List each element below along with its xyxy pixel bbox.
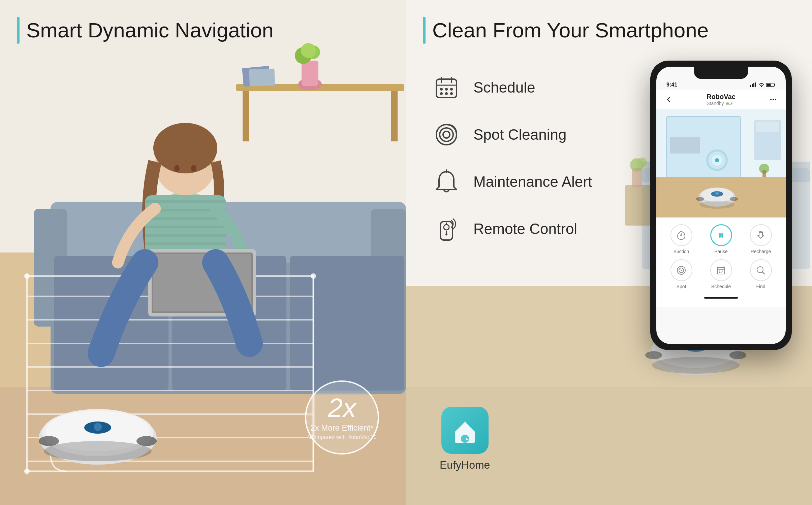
svg-point-82 xyxy=(450,92,453,95)
svg-rect-39 xyxy=(145,217,226,220)
svg-rect-129 xyxy=(719,233,721,238)
schedule-control: Schedule xyxy=(710,259,732,289)
recharge-label: Recharge xyxy=(751,249,771,254)
svg-rect-113 xyxy=(762,170,766,177)
svg-point-80 xyxy=(440,92,443,95)
svg-point-124 xyxy=(715,192,719,195)
svg-point-77 xyxy=(440,88,443,91)
phone-screen: 9:41 xyxy=(656,67,786,344)
svg-rect-5 xyxy=(243,91,249,141)
svg-point-134 xyxy=(681,270,682,271)
app-header: RoboVac Standby xyxy=(656,90,786,110)
svg-rect-40 xyxy=(145,226,226,228)
home-bar-area xyxy=(661,294,781,300)
app-controls: Suction Pause xyxy=(656,217,786,307)
find-circle xyxy=(750,259,772,281)
svg-point-105 xyxy=(773,99,774,100)
schedule-label-2: Schedule xyxy=(711,284,731,289)
app-title: RoboVac Standby xyxy=(707,93,736,106)
svg-point-13 xyxy=(301,43,316,58)
svg-point-139 xyxy=(719,270,720,271)
app-map xyxy=(656,110,786,217)
phone-time: 9:41 xyxy=(666,82,677,88)
svg-point-56 xyxy=(24,469,30,474)
recharge-control: Recharge xyxy=(750,224,772,254)
svg-point-106 xyxy=(775,99,776,100)
svg-point-84 xyxy=(440,128,453,141)
svg-point-71 xyxy=(729,351,746,359)
pause-circle xyxy=(710,224,732,246)
right-title: Clean From Your Smartphone xyxy=(432,18,709,43)
svg-point-55 xyxy=(311,273,316,279)
svg-rect-63 xyxy=(625,185,652,226)
left-title: Smart Dynamic Navigation xyxy=(26,18,274,43)
svg-rect-102 xyxy=(731,103,732,104)
features-list: Schedule Spot Cleaning xyxy=(433,74,592,242)
svg-point-91 xyxy=(445,233,447,235)
recharge-circle xyxy=(750,224,772,246)
svg-point-54 xyxy=(24,273,30,279)
svg-rect-41 xyxy=(145,234,226,237)
right-panel: Clean From Your Smartphone xyxy=(406,0,812,505)
feature-alert: Maintenance Alert xyxy=(433,168,592,195)
svg-rect-42 xyxy=(145,242,226,245)
svg-point-34 xyxy=(174,165,180,172)
svg-point-69 xyxy=(652,357,740,374)
bell-icon xyxy=(433,168,460,195)
remote-icon xyxy=(433,215,460,242)
feature-spot: Spot Cleaning xyxy=(433,121,592,148)
svg-rect-96 xyxy=(753,83,754,87)
suction-control: Suction xyxy=(670,224,692,254)
eufy-logo-area: EufyHome xyxy=(440,407,490,471)
suction-circle xyxy=(670,224,692,246)
svg-point-53 xyxy=(136,436,157,446)
spot-control: Spot xyxy=(670,259,692,289)
remote-label: Remote Control xyxy=(473,221,577,237)
svg-point-126 xyxy=(730,197,738,201)
control-row-1: Suction Pause xyxy=(661,224,781,254)
phone-mockup: 9:41 xyxy=(650,61,792,350)
left-title-area: Smart Dynamic Navigation xyxy=(17,17,274,44)
svg-point-141 xyxy=(722,270,723,271)
svg-rect-94 xyxy=(750,85,751,87)
svg-point-125 xyxy=(696,197,704,201)
svg-point-35 xyxy=(191,165,196,172)
left-title-bar xyxy=(17,17,20,44)
svg-point-104 xyxy=(770,99,772,100)
svg-point-50 xyxy=(94,423,102,431)
spot-circle xyxy=(670,259,692,281)
find-control: Find xyxy=(750,259,772,289)
phone-signal-icons xyxy=(750,82,776,87)
svg-point-142 xyxy=(719,272,720,273)
svg-point-127 xyxy=(699,201,735,209)
svg-rect-99 xyxy=(774,84,775,86)
svg-point-143 xyxy=(721,272,722,273)
svg-point-70 xyxy=(645,351,662,359)
svg-point-78 xyxy=(445,88,448,91)
svg-rect-37 xyxy=(145,200,226,203)
svg-point-120 xyxy=(715,158,719,162)
schedule-label: Schedule xyxy=(473,79,535,96)
svg-point-85 xyxy=(443,131,450,138)
svg-rect-100 xyxy=(767,84,771,86)
svg-rect-92 xyxy=(461,435,469,443)
svg-point-93 xyxy=(466,438,468,440)
pause-label: Pause xyxy=(714,249,728,254)
spot-label-2: Spot xyxy=(677,284,686,289)
svg-point-51 xyxy=(44,441,152,461)
efficiency-subtext: *Compared with RoboVac 10 xyxy=(307,434,376,440)
svg-rect-95 xyxy=(752,84,753,87)
control-row-2: Spot xyxy=(661,259,781,289)
device-name: RoboVac xyxy=(707,93,736,101)
svg-rect-97 xyxy=(755,82,756,87)
efficiency-text: 2x More Efficient* xyxy=(310,423,374,433)
svg-rect-6 xyxy=(391,91,398,141)
phone-notch xyxy=(694,67,748,79)
pause-control: Pause xyxy=(710,224,732,254)
alert-label: Maintenance Alert xyxy=(473,173,592,190)
eufy-text: EufyHome xyxy=(440,459,490,471)
svg-point-81 xyxy=(445,92,448,95)
find-label: Find xyxy=(756,284,765,289)
feature-schedule: Schedule xyxy=(433,74,592,101)
feature-remote: Remote Control xyxy=(433,215,592,242)
